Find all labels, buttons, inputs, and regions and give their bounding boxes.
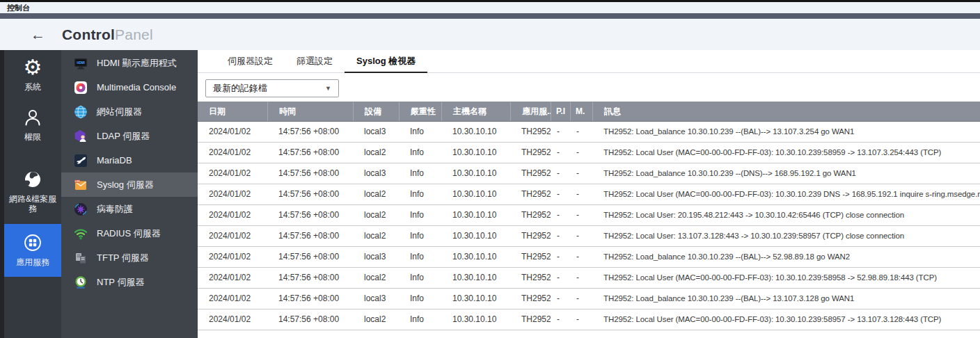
cell-m: - [570,143,592,163]
app-item-ntp-server[interactable]: NTP 伺服器 [61,270,198,294]
app-item-ldap-server[interactable]: LDAP 伺服器 [61,124,198,148]
app-item-label: TFTP 伺服器 [97,252,149,264]
cell-app: TH2952 [510,143,551,163]
cell-severity: Info [399,184,441,204]
cell-app: TH2952 [510,247,551,267]
cell-time: 14:57:56 +08:00 [267,143,353,163]
app-item-label: HDMI 顯示應用程式 [97,57,177,70]
table-row[interactable]: 2024/01/0214:57:56 +08:00local2Info10.30… [198,226,980,247]
cell-host: 10.30.10.10 [441,268,510,288]
cell-pi: - [551,289,570,309]
cell-message: TH2952: Local User (MAC=00-00-00-FD-FF-0… [592,184,980,204]
column-header-message[interactable]: 訊息 [592,102,980,121]
app-item-label: 網站伺服器 [97,106,142,118]
column-header-severity[interactable]: 嚴重性 [399,102,441,121]
app-item-radius-server[interactable]: RADIUS 伺服器 [61,221,198,246]
toolbar: 最新的記錄檔 ▼ [198,73,980,102]
table-row[interactable]: 2024/01/0214:57:56 +08:00local3Info10.30… [198,122,980,143]
app-item-antivirus[interactable]: 病毒防護 [61,197,198,221]
cell-date: 2024/01/02 [198,184,267,204]
table-row[interactable]: 2024/01/0214:57:56 +08:00local2Info10.30… [198,205,980,226]
back-arrow-icon[interactable]: ← [31,26,45,43]
column-header-facility[interactable]: 設備 [353,102,399,121]
table-row[interactable]: 2024/01/0214:57:56 +08:00local2Info10.30… [198,184,980,205]
cell-time: 14:57:56 +08:00 [267,163,353,184]
cell-m: - [570,268,592,288]
page-title-light: Panel [115,26,153,42]
tab-filter-settings[interactable]: 篩選設定 [285,50,345,73]
tab-syslog-viewer[interactable]: Syslog 檢視器 [345,50,427,73]
app-item-web-server[interactable]: 網站伺服器 [61,99,198,124]
cell-date: 2024/01/02 [198,205,267,225]
table-row[interactable]: 2024/01/0214:57:56 +08:00local3Info10.30… [198,289,980,309]
cell-m: - [570,289,592,309]
cell-facility: local2 [353,268,399,288]
app-item-tftp-server[interactable]: TFTP 伺服器 [61,246,198,270]
nav-item-system[interactable]: ⚙ 系統 [4,50,61,92]
cell-pi: - [551,226,570,246]
cell-app: TH2952 [510,122,551,142]
web-server-icon [74,105,88,119]
tftp-icon [74,251,88,265]
cell-message: TH2952: Load_balance 10.30.10.239 --(BAL… [592,122,980,142]
cell-date: 2024/01/02 [198,289,267,309]
app-item-mariadb[interactable]: MariaDB [61,148,198,172]
app-item-hdmi-display[interactable]: HDMI HDMI 顯示應用程式 [61,51,198,75]
cell-time: 14:57:56 +08:00 [267,184,353,204]
cell-date: 2024/01/02 [198,268,267,288]
cell-date: 2024/01/02 [198,143,267,163]
table-row[interactable]: 2024/01/0214:57:56 +08:00local3Info10.30… [198,247,980,268]
cell-message: TH2952: Load_balance 10.30.10.239 --(BAL… [592,247,980,267]
column-header-hostname[interactable]: 主機名稱 [441,102,510,121]
app-item-syslog-server[interactable]: LOG Syslog 伺服器 [61,172,198,197]
svg-text:HDMI: HDMI [77,61,85,65]
window-title: 控制台 [7,3,30,13]
tab-server-settings[interactable]: 伺服器設定 [216,50,285,73]
table-header: 日期 時間 設備 嚴重性 主機名稱 應用服.. P.I M. 訊息 [198,102,980,122]
cell-severity: Info [399,143,441,163]
table-row[interactable]: 2024/01/0214:57:56 +08:00local2Info10.30… [198,268,980,289]
cell-message: TH2952: Load_balance 10.30.10.239 --(BAL… [592,289,980,309]
cell-pi: - [551,309,570,330]
cell-pi: - [551,122,570,142]
table-row[interactable]: 2024/01/0214:57:56 +08:00local2Info10.30… [198,143,980,163]
table-row[interactable]: 2024/01/0214:57:56 +08:00local2Info10.30… [198,309,980,330]
cell-host: 10.30.10.10 [441,205,510,225]
cell-date: 2024/01/02 [198,163,267,184]
column-header-application[interactable]: 應用服.. [510,102,551,121]
nav-item-label: 系統 [6,82,59,92]
nav-item-applications[interactable]: 應用服務 [4,224,61,277]
nav-item-label: 網路&檔案服務 [6,194,59,214]
cell-time: 14:57:56 +08:00 [267,268,353,288]
cell-pi: - [551,163,570,184]
app-item-multimedia-console[interactable]: Multimedia Console [61,75,198,99]
cell-app: TH2952 [510,268,551,288]
cell-facility: local2 [353,184,399,204]
cell-time: 14:57:56 +08:00 [267,226,353,246]
cell-app: TH2952 [510,163,551,184]
column-header-time[interactable]: 時間 [267,102,353,121]
column-header-date[interactable]: 日期 [198,102,267,121]
table-body: 2024/01/0214:57:56 +08:00local3Info10.30… [198,122,980,330]
nav-item-network-file-services[interactable]: 網路&檔案服務 [4,169,61,214]
cell-facility: local2 [353,205,399,225]
cell-time: 14:57:56 +08:00 [267,289,353,309]
cell-severity: Info [399,122,441,142]
cell-app: TH2952 [510,226,551,246]
cell-message: TH2952: Load_balance 10.30.10.239 --(DNS… [592,163,980,184]
cell-app: TH2952 [510,205,551,225]
log-file-select[interactable]: 最新的記錄檔 ▼ [205,79,339,97]
column-header-m[interactable]: M. [570,102,592,121]
category-nav-rail: ⚙ 系統 權限 網路&檔案服務 應用服務 [0,50,61,338]
nav-item-privilege[interactable]: 權限 [4,107,61,142]
column-header-pi[interactable]: P.I [551,102,570,121]
app-item-label: 病毒防護 [97,203,133,216]
cell-pi: - [551,205,570,225]
cell-facility: local3 [353,247,399,267]
cell-host: 10.30.10.10 [441,122,510,142]
cell-message: TH2952: Local User (MAC=00-00-00-FD-FF-0… [592,309,980,330]
table-row[interactable]: 2024/01/0214:57:56 +08:00local3Info10.30… [198,163,980,184]
cell-severity: Info [399,226,441,246]
chevron-down-icon: ▼ [325,85,331,92]
ldap-icon [74,129,88,143]
